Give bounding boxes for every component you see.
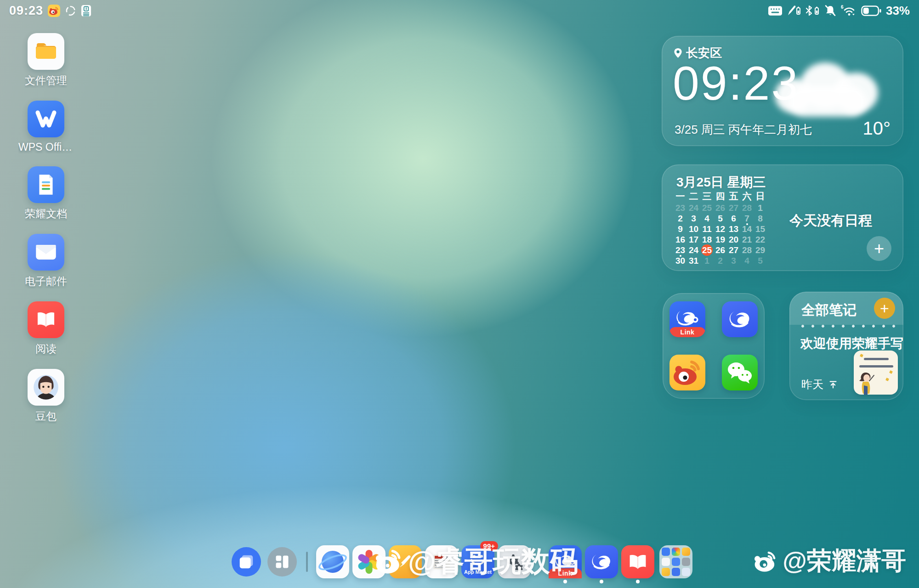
calendar-day[interactable]: 11 <box>700 224 714 234</box>
app-market-badge: 99+ <box>480 541 498 551</box>
calendar-weekday: 四 <box>714 190 727 203</box>
calendar-day[interactable]: 5 <box>754 255 767 266</box>
calendar-day[interactable]: 12 <box>714 224 727 234</box>
folder-mini-app-icon <box>682 558 690 566</box>
folder-mini-app-icon <box>662 558 670 566</box>
calendar-day[interactable]: 25 <box>700 203 714 213</box>
dock-app-swirl[interactable] <box>585 545 618 578</box>
calendar-day[interactable]: 6 <box>727 213 740 224</box>
calendar-day[interactable]: 20 <box>727 234 740 245</box>
status-time: 09:23 <box>9 4 43 18</box>
calendar-day[interactable]: 7 <box>740 213 754 224</box>
calendar-day[interactable]: 31 <box>687 255 700 266</box>
calendar-day[interactable]: 21 <box>740 234 754 245</box>
app-doubao[interactable]: 豆包 <box>22 369 70 424</box>
app-file-manager[interactable]: 文件管理 <box>22 33 70 88</box>
dock-app-notes-pen[interactable] <box>389 545 422 578</box>
app-weibo[interactable] <box>669 355 705 390</box>
note-preview-title: 欢迎使用荣耀手写... <box>800 335 903 352</box>
app-label: 电子邮件 <box>25 274 67 288</box>
folder-mini-app-icon <box>672 568 680 576</box>
calendar-day[interactable]: 29 <box>754 245 767 255</box>
desktop-app-column: 文件管理 WPS Office P.. 荣耀文档 <box>22 33 70 424</box>
calendar-day[interactable]: 1 <box>754 203 767 213</box>
link-banner: Link <box>549 568 582 578</box>
calendar-day[interactable]: 4 <box>700 213 714 224</box>
calendar-day[interactable]: 2 <box>714 255 727 266</box>
app-reading[interactable]: 阅读 <box>22 301 70 356</box>
calendar-add-button[interactable]: + <box>867 236 891 261</box>
calendar-day[interactable]: 24 <box>687 203 700 213</box>
calendar-day[interactable]: 25 <box>700 245 714 255</box>
calendar-day[interactable]: 18 <box>700 234 714 245</box>
dock-app-reading[interactable] <box>621 545 654 578</box>
notes-widget[interactable]: 全部笔记 + 欢迎使用荣耀手写... 昨天 <box>789 292 903 400</box>
folder-mini-app-icon <box>662 568 670 576</box>
dock-folder[interactable] <box>659 545 692 578</box>
weather-clock-widget[interactable]: 长安区 09:23 3/25 周三 丙午年二月初七 10° <box>662 36 903 146</box>
calendar-day[interactable]: 8 <box>754 213 767 224</box>
calendar-day[interactable]: 19 <box>714 234 727 245</box>
calendar-day[interactable]: 3 <box>727 255 740 266</box>
cloudy-icon <box>775 62 885 118</box>
calendar-day[interactable]: 27 <box>727 245 740 255</box>
newspaper-icon <box>431 552 452 572</box>
notes-dotted-divider <box>796 324 897 328</box>
app-wechat[interactable] <box>722 355 758 390</box>
calendar-day[interactable]: 1 <box>700 255 714 266</box>
doubao-icon <box>28 369 64 406</box>
app-folder-widget[interactable]: Link <box>663 293 765 399</box>
recents-button[interactable] <box>232 547 261 577</box>
calendar-weekday: 二 <box>687 190 700 203</box>
calendar-day[interactable]: 13 <box>727 224 740 234</box>
home-screen: 09:23 <box>0 0 919 588</box>
calendar-day[interactable]: 28 <box>740 245 754 255</box>
app-email[interactable]: 电子邮件 <box>22 234 70 288</box>
calendar-day[interactable]: 23 <box>674 203 687 213</box>
calendar-day[interactable]: 15 <box>754 224 767 234</box>
app-label: 豆包 <box>35 409 57 424</box>
calendar-day[interactable]: 26 <box>714 245 727 255</box>
calendar-weekday: 三 <box>700 190 714 203</box>
notes-add-button[interactable]: + <box>874 298 895 319</box>
bluetooth-battery-icon <box>805 5 820 17</box>
folder-mini-app-icon <box>682 548 690 556</box>
calendar-day[interactable]: 26 <box>714 203 727 213</box>
calendar-day[interactable]: 5 <box>714 213 727 224</box>
honor-docs-icon <box>28 166 64 203</box>
dock-app-news[interactable] <box>425 545 458 578</box>
dock-app-link[interactable]: Link <box>549 545 582 578</box>
app-link[interactable]: Link <box>669 301 705 337</box>
calendar-day[interactable]: 23 <box>674 245 687 255</box>
calendar-day[interactable]: 10 <box>687 224 700 234</box>
calendar-widget[interactable]: 3月25日 星期三 一二三四五六日23242526272812345678910… <box>662 164 903 271</box>
app-market-label: App Market <box>461 570 494 575</box>
calendar-day[interactable]: 9 <box>674 224 687 234</box>
app-wps-office[interactable]: WPS Office P.. <box>22 101 70 153</box>
calendar-day[interactable]: 24 <box>687 245 700 255</box>
calendar-day[interactable]: 16 <box>674 234 687 245</box>
sync-icon <box>65 5 76 17</box>
calendar-day[interactable]: 4 <box>740 255 754 266</box>
dock-app-gallery[interactable] <box>352 545 386 578</box>
calendar-day[interactable]: 14 <box>740 224 754 234</box>
note-thumbnail <box>854 351 898 395</box>
calendar-grid[interactable]: 一二三四五六日232425262728123456789101112131415… <box>674 190 769 266</box>
keyboard-icon <box>768 6 782 16</box>
calendar-day[interactable]: 17 <box>687 234 700 245</box>
dock-app-settings[interactable] <box>498 545 531 578</box>
calendar-day[interactable]: 3 <box>687 213 700 224</box>
dock-app-browser[interactable] <box>316 545 349 578</box>
app-swirl[interactable] <box>722 301 758 337</box>
battery-percent: 33% <box>886 4 910 18</box>
app-honor-docs[interactable]: 荣耀文档 <box>22 166 70 221</box>
dock-app-market[interactable]: 99+ App Market <box>461 545 494 578</box>
calendar-day[interactable]: 30 <box>674 255 687 266</box>
calendar-day[interactable]: 2 <box>674 213 687 224</box>
calendar-day[interactable]: 28 <box>740 203 754 213</box>
widgets-button[interactable] <box>267 547 297 577</box>
reading-icon <box>28 301 64 338</box>
calendar-day[interactable]: 22 <box>754 234 767 245</box>
link-banner: Link <box>669 327 705 337</box>
calendar-day[interactable]: 27 <box>727 203 740 213</box>
